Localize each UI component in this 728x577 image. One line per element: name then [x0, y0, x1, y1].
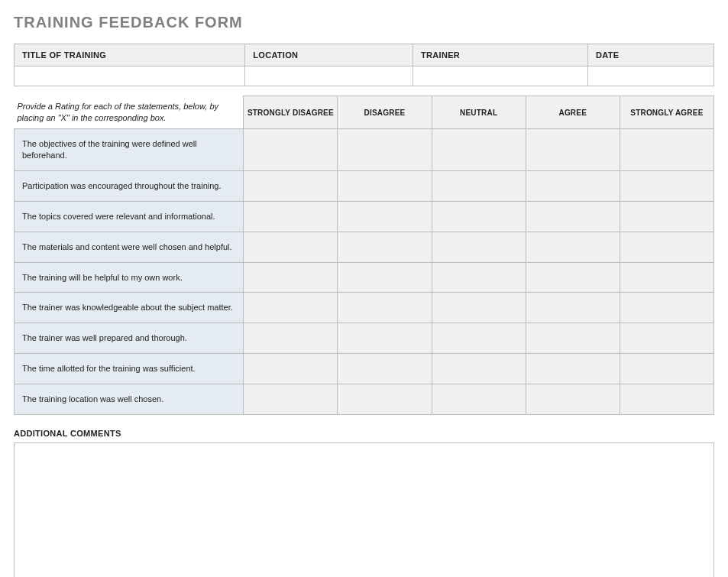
- statement: The materials and content were well chos…: [15, 232, 244, 262]
- page-title: TRAINING FEEDBACK FORM: [14, 14, 714, 31]
- info-cell-title[interactable]: [15, 66, 245, 86]
- rating-box[interactable]: [432, 354, 526, 384]
- rating-box[interactable]: [432, 262, 526, 293]
- rating-box[interactable]: [338, 232, 432, 262]
- rating-instruction: Provide a Rating for each of the stateme…: [15, 96, 244, 129]
- rating-box[interactable]: [244, 262, 338, 293]
- statement: The trainer was knowledgeable about the …: [15, 293, 244, 323]
- rating-box[interactable]: [244, 293, 338, 323]
- statement: The topics covered were relevant and inf…: [15, 201, 244, 232]
- rating-box[interactable]: [432, 129, 526, 171]
- rating-box[interactable]: [338, 323, 432, 354]
- rating-box[interactable]: [432, 170, 526, 201]
- scale-strongly-disagree: STRONGLY DISAGREE: [244, 96, 338, 129]
- rating-box[interactable]: [526, 129, 620, 171]
- rating-box[interactable]: [244, 201, 338, 232]
- scale-agree: AGREE: [526, 96, 620, 129]
- rating-box[interactable]: [338, 384, 432, 414]
- statement: The trainer was well prepared and thorou…: [15, 323, 244, 354]
- rating-box[interactable]: [620, 262, 713, 293]
- rating-box[interactable]: [526, 384, 620, 414]
- rating-box[interactable]: [620, 129, 713, 171]
- rating-box[interactable]: [620, 293, 713, 323]
- info-table: TITLE OF TRAINING LOCATION TRAINER DATE: [14, 44, 714, 86]
- rating-box[interactable]: [526, 293, 620, 323]
- rating-box[interactable]: [338, 354, 432, 384]
- rating-box[interactable]: [244, 384, 338, 414]
- rating-box[interactable]: [526, 354, 620, 384]
- rating-table: Provide a Rating for each of the stateme…: [14, 96, 714, 415]
- rating-row: The training will be helpful to my own w…: [15, 262, 714, 293]
- rating-box[interactable]: [244, 170, 338, 201]
- rating-box[interactable]: [244, 232, 338, 262]
- statement: The training will be helpful to my own w…: [15, 262, 244, 293]
- statement: The training location was well chosen.: [15, 384, 244, 414]
- rating-box[interactable]: [432, 293, 526, 323]
- rating-box[interactable]: [244, 323, 338, 354]
- rating-box[interactable]: [620, 170, 713, 201]
- comments-label: ADDITIONAL COMMENTS: [14, 429, 714, 438]
- rating-row: The time allotted for the training was s…: [15, 354, 714, 384]
- comments-box[interactable]: [14, 442, 714, 577]
- info-header-title: TITLE OF TRAINING: [15, 44, 245, 66]
- rating-box[interactable]: [620, 323, 713, 354]
- rating-box[interactable]: [244, 354, 338, 384]
- rating-box[interactable]: [432, 323, 526, 354]
- rating-box[interactable]: [244, 129, 338, 171]
- info-cell-location[interactable]: [245, 66, 413, 86]
- info-header-date: DATE: [588, 44, 714, 66]
- rating-box[interactable]: [526, 201, 620, 232]
- rating-box[interactable]: [526, 323, 620, 354]
- rating-row: The trainer was knowledgeable about the …: [15, 293, 714, 323]
- rating-box[interactable]: [432, 232, 526, 262]
- rating-box[interactable]: [620, 384, 713, 414]
- rating-row: The trainer was well prepared and thorou…: [15, 323, 714, 354]
- rating-row: The objectives of the training were defi…: [15, 129, 714, 171]
- rating-box[interactable]: [526, 262, 620, 293]
- scale-disagree: DISAGREE: [338, 96, 432, 129]
- scale-strongly-agree: STRONGLY AGREE: [620, 96, 713, 129]
- rating-box[interactable]: [338, 129, 432, 171]
- rating-box[interactable]: [432, 384, 526, 414]
- rating-box[interactable]: [432, 201, 526, 232]
- rating-row: The topics covered were relevant and inf…: [15, 201, 714, 232]
- rating-box[interactable]: [338, 262, 432, 293]
- info-header-trainer: TRAINER: [413, 44, 588, 66]
- rating-box[interactable]: [526, 170, 620, 201]
- rating-row: The materials and content were well chos…: [15, 232, 714, 262]
- statement: The objectives of the training were defi…: [15, 129, 244, 171]
- rating-box[interactable]: [338, 293, 432, 323]
- rating-box[interactable]: [338, 170, 432, 201]
- info-cell-trainer[interactable]: [413, 66, 588, 86]
- rating-box[interactable]: [338, 201, 432, 232]
- scale-neutral: NEUTRAL: [432, 96, 526, 129]
- info-cell-date[interactable]: [588, 66, 714, 86]
- info-header-location: LOCATION: [245, 44, 413, 66]
- rating-row: Participation was encouraged throughout …: [15, 170, 714, 201]
- rating-box[interactable]: [526, 232, 620, 262]
- rating-box[interactable]: [620, 232, 713, 262]
- rating-box[interactable]: [620, 201, 713, 232]
- rating-box[interactable]: [620, 354, 713, 384]
- statement: Participation was encouraged throughout …: [15, 170, 244, 201]
- rating-row: The training location was well chosen.: [15, 384, 714, 414]
- statement: The time allotted for the training was s…: [15, 354, 244, 384]
